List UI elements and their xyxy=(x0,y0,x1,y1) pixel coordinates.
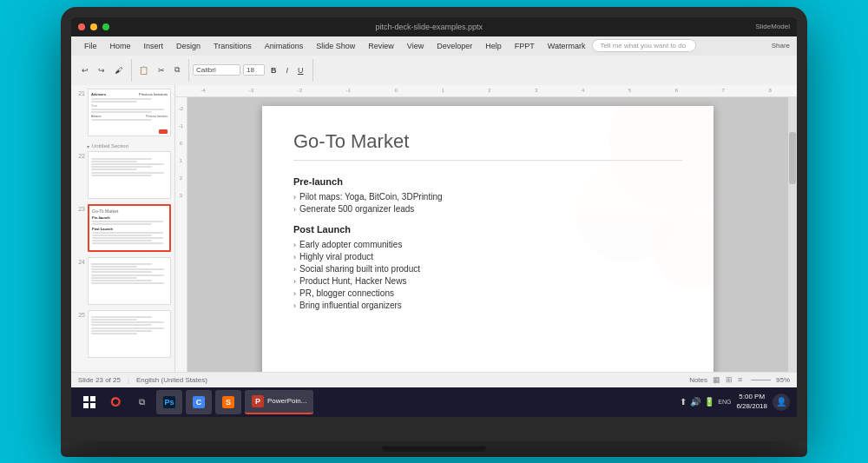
tab-developer[interactable]: Developer xyxy=(431,40,478,52)
laptop-base xyxy=(61,441,807,457)
svg-rect-3 xyxy=(83,396,89,401)
list-item: 25 xyxy=(75,310,171,358)
svg-rect-5 xyxy=(83,403,89,408)
underline-button[interactable]: U xyxy=(294,64,307,76)
bullet-arrow-icon: › xyxy=(293,265,296,274)
tab-insert[interactable]: Insert xyxy=(138,40,170,52)
slide-number-24: 24 xyxy=(75,259,85,265)
bullet-arrow-icon: › xyxy=(293,289,296,298)
cortana-button[interactable]: ⭕ xyxy=(104,391,127,413)
share-button[interactable]: Share xyxy=(772,42,790,50)
network-icon: ⬆ xyxy=(680,397,687,407)
italic-button[interactable]: I xyxy=(283,64,293,76)
bullet-arrow-icon: › xyxy=(293,241,296,249)
slide-thumbnail-21[interactable]: Advisors Previous Investors Team Advisor… xyxy=(88,89,171,136)
bullet-text: Bring influential organizers xyxy=(299,301,402,310)
slide-title: Go-To Market xyxy=(293,130,682,161)
windows-start-button[interactable] xyxy=(78,391,101,413)
slide-scrollbar[interactable] xyxy=(788,97,797,372)
maximize-dot xyxy=(102,23,109,30)
minimize-dot xyxy=(90,23,97,30)
redo-button[interactable]: ↪ xyxy=(95,64,108,76)
status-bar: Slide 23 of 25 | English (United States)… xyxy=(71,372,797,387)
laptop-body: pitch-deck-slide-examples.pptx SlideMode… xyxy=(61,7,807,441)
slide-number-23: 23 xyxy=(75,206,85,212)
taskbar-system-tray: ⬆ 🔊 🔋 ENG 5:00 PM 6/28/2018 👤 xyxy=(680,393,790,411)
tab-review[interactable]: Review xyxy=(362,40,400,52)
tab-animations[interactable]: Animations xyxy=(259,40,310,52)
slide-thumbnail-24[interactable] xyxy=(88,257,171,305)
powerpoint-app[interactable]: P PowerPoin... xyxy=(245,390,313,414)
tab-home[interactable]: Home xyxy=(104,40,137,52)
font-size[interactable]: 18 xyxy=(243,64,265,76)
postlaunch-heading: Post Launch xyxy=(293,224,682,235)
paste-button[interactable]: 📋 xyxy=(135,64,152,76)
zoom-slider[interactable]: ──── xyxy=(751,376,771,384)
cut-button[interactable]: ✂ xyxy=(155,64,168,76)
scrollbar-thumb[interactable] xyxy=(789,132,796,184)
slide-content-area: Go-To Market Pre-launch › Pilot maps: Yo… xyxy=(262,106,713,337)
slide-thumbnail-25[interactable] xyxy=(88,310,171,358)
vertical-ruler: -2-10123 xyxy=(175,97,187,372)
undo-button[interactable]: ↩ xyxy=(78,64,92,76)
taskbar: ⭕ ⧉ Ps C S P PowerPoin... xyxy=(71,387,797,417)
section-label-text: Untitled Section xyxy=(92,143,128,149)
language-status: English (United States) xyxy=(136,376,207,384)
language-indicator: ENG xyxy=(718,399,731,405)
tell-me-search[interactable]: Tell me what you want to do xyxy=(592,39,696,52)
ribbon-tabs: File Home Insert Design Transitions Anim… xyxy=(71,36,797,56)
window-title: pitch-deck-slide-examples.pptx xyxy=(115,23,743,31)
bullet-text: Social sharing built into product xyxy=(299,264,420,274)
sublime-icon: S xyxy=(222,396,234,408)
view-normal-icon[interactable]: ▦ xyxy=(713,375,720,384)
tab-help[interactable]: Help xyxy=(479,40,508,52)
slide-number-25: 25 xyxy=(75,312,85,318)
view-slide-sorter-icon[interactable]: ⊞ xyxy=(726,375,733,384)
slide-thumbnail-22[interactable] xyxy=(88,151,171,199)
tab-slideshow[interactable]: Slide Show xyxy=(310,40,361,52)
bullet-postlaunch-3: › Social sharing built into product xyxy=(293,264,682,274)
main-area: 21 Advisors Previous Investors Team xyxy=(71,85,797,372)
tab-view[interactable]: View xyxy=(401,40,430,52)
slide-number-21: 21 xyxy=(75,90,85,96)
bullet-arrow-icon: › xyxy=(293,277,296,286)
toolbar-clipboard-group: 📋 ✂ ⧉ xyxy=(135,59,189,82)
font-family[interactable]: Calibri xyxy=(193,64,240,76)
tab-fppt[interactable]: FPPT xyxy=(509,40,541,52)
bullet-postlaunch-6: › Bring influential organizers xyxy=(293,301,682,310)
section-label-untitled: ▾ Untitled Section xyxy=(75,142,171,151)
copy-button[interactable]: ⧉ xyxy=(171,63,183,76)
tab-watermark[interactable]: Watermark xyxy=(542,40,592,52)
clock-date: 6/28/2018 xyxy=(736,402,767,411)
user-avatar[interactable]: 👤 xyxy=(773,394,790,411)
bullet-prelaunch-2: › Generate 500 organizer leads xyxy=(293,204,682,214)
ppt-slide[interactable]: Go-To Market Pre-launch › Pilot maps: Yo… xyxy=(262,106,713,372)
user-avatar-icon: 👤 xyxy=(776,397,786,407)
svg-rect-6 xyxy=(90,403,95,408)
notes-button[interactable]: Notes xyxy=(689,376,707,384)
adobe-ps-app[interactable]: Ps xyxy=(156,390,182,414)
powerpoint-icon: P xyxy=(252,395,264,407)
tab-file[interactable]: File xyxy=(78,40,103,52)
brand-label: SlideModel xyxy=(755,23,790,30)
bullet-postlaunch-5: › PR, blogger connections xyxy=(293,288,682,298)
tab-transitions[interactable]: Transitions xyxy=(207,40,258,52)
tab-design[interactable]: Design xyxy=(170,40,207,52)
sublime-app[interactable]: S xyxy=(215,390,241,414)
system-icons: ⬆ 🔊 🔋 ENG xyxy=(680,397,731,407)
svg-rect-4 xyxy=(90,396,95,401)
slide-thumbnail-23[interactable]: Go-To Market Pre-launch Post Launch xyxy=(88,204,171,252)
bullet-text: Pilot maps: Yoga, BitCoin, 3DPrinting xyxy=(299,192,443,202)
bullet-arrow-icon: › xyxy=(293,253,296,261)
status-right: Notes ▦ ⊞ ≡ ──── 95% xyxy=(689,375,790,384)
format-painter-button[interactable]: 🖌 xyxy=(111,64,126,76)
bold-button[interactable]: B xyxy=(267,64,280,76)
laptop-screen: pitch-deck-slide-examples.pptx SlideMode… xyxy=(71,17,797,417)
view-reading-icon[interactable]: ≡ xyxy=(738,375,742,384)
system-clock: 5:00 PM 6/28/2018 xyxy=(736,393,767,411)
bullet-text: Highly viral product xyxy=(299,252,373,261)
bullet-text: Generate 500 organizer leads xyxy=(299,204,414,214)
slide-panel: 21 Advisors Previous Investors Team xyxy=(71,85,175,372)
chrome-app[interactable]: C xyxy=(186,390,212,414)
task-view-button[interactable]: ⧉ xyxy=(130,391,153,413)
